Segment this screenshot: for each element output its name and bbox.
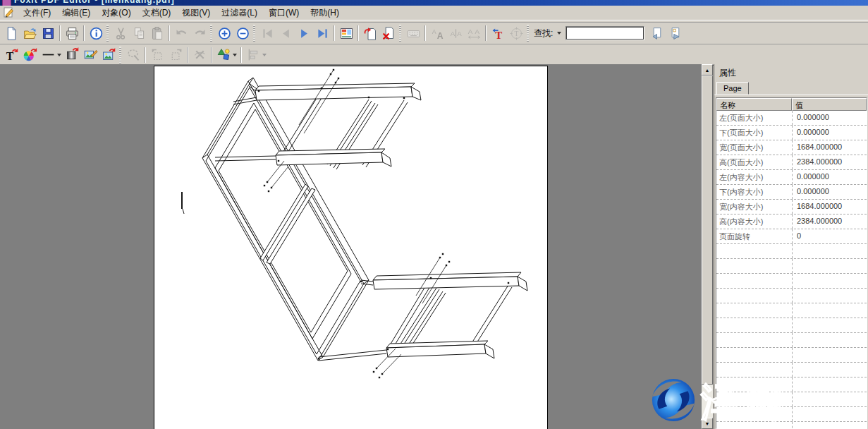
select-object-button[interactable] [124, 46, 142, 64]
property-value[interactable]: 0 [792, 229, 867, 243]
property-value[interactable]: 0.000000 [792, 111, 867, 125]
scroll-up-button[interactable]: ▲ [702, 64, 713, 75]
add-image-button[interactable] [99, 46, 118, 64]
new-page-icon [4, 26, 19, 41]
last-page-button[interactable] [313, 24, 331, 42]
find-previous-button[interactable] [647, 24, 666, 42]
narrow-spacing-button[interactable]: AA [446, 24, 465, 42]
text-bound-button[interactable]: T [507, 24, 525, 42]
property-value[interactable]: 2384.000000 [792, 214, 867, 229]
document-info-button[interactable] [87, 24, 105, 42]
property-value[interactable]: 1684.000000 [792, 140, 867, 155]
page-layout-button[interactable] [337, 24, 355, 42]
redo-button[interactable] [190, 24, 209, 42]
next-page-button[interactable] [295, 24, 313, 42]
zoom-in-button[interactable] [215, 24, 233, 42]
toolbar-grip-handle[interactable] [399, 25, 401, 42]
save-button[interactable] [39, 24, 57, 42]
property-value [792, 363, 867, 377]
add-text-object-button[interactable]: T [2, 46, 20, 64]
property-row: 左(内容大小)0.000000 [716, 170, 867, 185]
narrow-spacing-icon: AA [448, 26, 463, 41]
line-style-button[interactable] [39, 46, 63, 64]
menu-window[interactable]: 窗口(W) [263, 6, 305, 20]
add-shading-button[interactable] [63, 46, 81, 64]
align-button[interactable] [244, 46, 268, 64]
svg-text:A: A [457, 30, 462, 37]
delete-page-button[interactable] [379, 24, 398, 42]
toolbar-separator [83, 25, 85, 41]
replace-font-button[interactable]: AA [428, 24, 446, 42]
widen-spacing-button[interactable]: AA [465, 24, 483, 42]
property-value[interactable]: 0.000000 [792, 170, 867, 184]
property-row-empty [716, 377, 867, 392]
menu-file[interactable]: 文件(F) [18, 6, 56, 20]
edit-image-button[interactable] [81, 46, 99, 64]
property-name: 左(页面大小) [716, 111, 792, 125]
rotate-left-button[interactable] [148, 46, 166, 64]
rotate-right-button[interactable] [166, 46, 185, 64]
property-row: 宽(内容大小)1684.000000 [716, 200, 867, 214]
toolbar-grip-handle[interactable] [210, 25, 212, 42]
insert-page-button[interactable] [361, 24, 379, 42]
print-button[interactable] [63, 24, 81, 42]
property-name: 高(页面大小) [716, 155, 792, 169]
toolbar-grip-handle[interactable] [527, 25, 529, 42]
find-options-dropdown[interactable] [554, 27, 563, 40]
copy-button[interactable] [130, 24, 148, 42]
replace-font-icon: AA [430, 26, 445, 41]
menu-document[interactable]: 文档(D) [137, 6, 177, 20]
undo-button[interactable] [172, 24, 190, 42]
color-wheel-button[interactable] [20, 46, 39, 64]
cut-button[interactable] [111, 24, 130, 42]
ime-keyboard-button[interactable] [404, 24, 422, 42]
property-value [792, 289, 867, 303]
scrollbar-thumb[interactable] [702, 75, 713, 385]
new-button[interactable] [2, 24, 20, 42]
menu-edit[interactable]: 编辑(E) [56, 6, 96, 20]
properties-panel: 属性 Page 名称 值 左(页面大小)0.000000下(页面大小)0.000… [714, 64, 868, 429]
property-value[interactable]: 1684.000000 [792, 200, 867, 214]
window-title: Foxit PDF Editor - [menkuang.pdf] [14, 0, 175, 5]
print-icon [65, 26, 80, 41]
svg-text:A: A [467, 27, 472, 35]
shapes-button[interactable] [214, 46, 238, 64]
first-page-button[interactable] [258, 24, 276, 42]
open-button[interactable] [20, 24, 39, 42]
property-value [792, 407, 867, 421]
menu-help[interactable]: 帮助(H) [305, 6, 345, 20]
frame-assembly-drawing [154, 66, 547, 429]
paste-button[interactable] [148, 24, 166, 42]
property-value [792, 318, 867, 332]
tab-page[interactable]: Page [716, 82, 749, 95]
property-value[interactable]: 2384.000000 [792, 155, 867, 169]
chevron-down-icon [262, 54, 267, 56]
menu-bar: 文件(F)编辑(E)对象(O)文档(D)视图(V)过滤器(L)窗口(W)帮助(H… [0, 6, 868, 20]
toolbar-separator [169, 25, 170, 41]
find-input[interactable] [566, 26, 644, 40]
property-value[interactable]: 0.000000 [792, 126, 867, 140]
menu-object[interactable]: 对象(O) [96, 6, 136, 20]
chevron-down-icon [57, 54, 61, 56]
toolbar-grip-handle[interactable] [253, 25, 255, 42]
document-canvas[interactable] [0, 64, 702, 429]
menu-view[interactable]: 视图(V) [176, 6, 216, 20]
menu-filter[interactable]: 过滤器(L) [216, 6, 263, 20]
last-page-icon [315, 26, 330, 41]
insert-text-button[interactable]: T [489, 24, 507, 42]
find-next-button[interactable] [666, 24, 684, 42]
scroll-down-button[interactable]: ▼ [702, 418, 713, 429]
toolbar-grip-handle[interactable] [119, 47, 121, 64]
pdf-page[interactable] [154, 66, 548, 429]
previous-page-button[interactable] [276, 24, 295, 42]
vertical-scrollbar[interactable]: ▲ ▼ [702, 64, 713, 429]
zoom-out-button[interactable] [233, 24, 252, 42]
add-image-icon [102, 47, 116, 62]
property-value[interactable]: 0.000000 [792, 185, 867, 199]
toolbar-grip-handle[interactable] [106, 25, 109, 42]
shading-icon [65, 47, 80, 62]
toolbar-separator [240, 47, 242, 63]
property-row-empty [716, 274, 867, 289]
edit-image-icon [83, 47, 98, 62]
delete-object-button[interactable] [190, 46, 209, 64]
